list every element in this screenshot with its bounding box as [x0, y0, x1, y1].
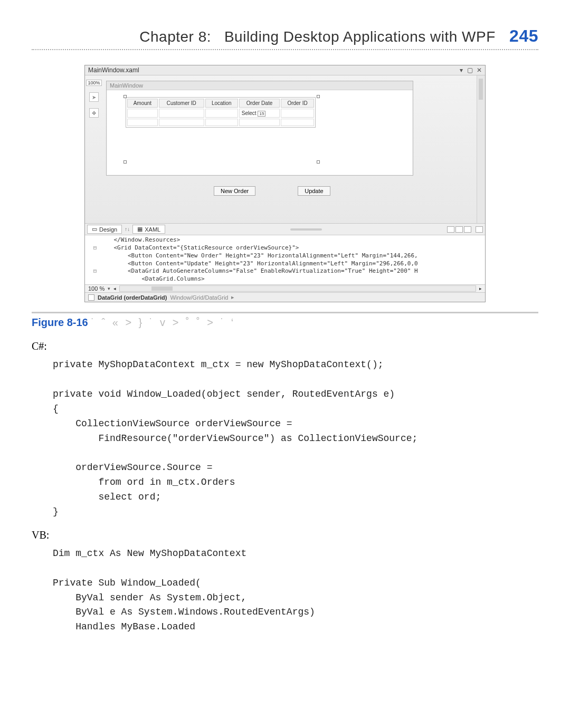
- expand-pane-icon[interactable]: [476, 226, 483, 233]
- child-window-title: MainWindow: [107, 81, 413, 90]
- close-icon[interactable]: ✕: [477, 66, 482, 74]
- splitter-grip[interactable]: [290, 228, 322, 231]
- zoom-dropdown-icon[interactable]: ▾: [108, 286, 110, 291]
- xaml-tab[interactable]: ▦ XAML: [132, 225, 165, 234]
- xaml-line: <DataGrid AutoGenerateColumns="False" En…: [100, 267, 418, 274]
- xaml-line: <DataGrid.Columns>: [100, 275, 205, 282]
- designer-toolbar: 100% ➤ ✥: [85, 75, 103, 223]
- figure-rest: ˙ ˆ « > } ˙ v > ˚ ˚ > ˙ ‘: [91, 317, 235, 328]
- breadcrumb-chevron-icon[interactable]: ▸: [231, 294, 234, 301]
- figure-rule: [32, 312, 538, 313]
- vb-heading: VB:: [32, 529, 538, 541]
- collapse-pane-icon[interactable]: [464, 226, 471, 233]
- cell-select[interactable]: Select 15: [239, 109, 280, 118]
- resize-handle[interactable]: [317, 160, 320, 164]
- xaml-hscroll[interactable]: [119, 285, 476, 292]
- running-header: Chapter 8: Building Desktop Applications…: [32, 21, 538, 50]
- xaml-line: <Button Content="New Order" Height="23" …: [100, 252, 418, 259]
- xaml-statusbar: 100 % ▾ ◂ ▸: [85, 285, 485, 293]
- pan-tool-icon[interactable]: ✥: [89, 108, 99, 118]
- element-breadcrumb[interactable]: DataGrid (orderDataGrid) Window/Grid/Dat…: [85, 293, 485, 302]
- designer-child-window: MainWindow Amount Customer ID Location O…: [106, 81, 413, 176]
- window-buttons: ▾ ▢ ✕: [458, 66, 482, 74]
- xaml-source-pane[interactable]: </Window.Resources> ⊟ <Grid DataContext=…: [85, 235, 485, 285]
- scroll-left-icon[interactable]: ◂: [113, 286, 116, 291]
- xaml-tab-icon: ▦: [137, 226, 142, 233]
- file-tab[interactable]: MainWindow.xaml: [88, 66, 139, 74]
- split-vertical-icon[interactable]: [447, 226, 454, 233]
- breadcrumb-current: DataGrid (orderDataGrid): [98, 294, 167, 301]
- resize-handle[interactable]: [317, 95, 320, 98]
- maximize-icon[interactable]: ▢: [467, 66, 473, 74]
- vb-code-block: Dim m_ctx As New MyShopDataContext Priva…: [53, 547, 538, 635]
- dropdown-icon[interactable]: ▾: [460, 66, 463, 74]
- xaml-zoom-percent[interactable]: 100 %: [88, 285, 104, 292]
- new-order-button[interactable]: New Order: [214, 186, 255, 196]
- datagrid-preview[interactable]: Amount Customer ID Location Order Date O…: [126, 97, 316, 128]
- col-orderdate[interactable]: Order Date: [239, 99, 280, 108]
- update-button[interactable]: Update: [298, 186, 330, 196]
- figure-caption: Figure 8-16 ˙ ˆ « > } ˙ v > ˚ ˚ > ˙ ‘: [32, 317, 538, 329]
- chapter-title: Building Desktop Applications with WPF: [224, 28, 496, 45]
- calendar-icon[interactable]: 15: [258, 111, 265, 117]
- designer-vscroll[interactable]: [477, 75, 485, 223]
- col-amount[interactable]: Amount: [127, 99, 158, 108]
- col-orderid[interactable]: Order ID: [281, 99, 314, 108]
- resize-handle[interactable]: [124, 160, 127, 164]
- design-tab[interactable]: ▭ Design: [87, 225, 122, 234]
- designer-surface: 100% ➤ ✥ MainWindow Amount Customer ID L…: [85, 75, 485, 223]
- page-number: 245: [509, 26, 538, 45]
- scroll-right-icon[interactable]: ▸: [479, 286, 482, 291]
- split-view-tabs: ▭ Design ↑↓ ▦ XAML: [85, 223, 485, 235]
- csharp-code-block: private MyShopDataContext m_ctx = new My…: [53, 358, 538, 520]
- breadcrumb-path: Window/Grid/DataGrid: [170, 294, 228, 301]
- resize-handle[interactable]: [124, 95, 127, 98]
- zoom-badge[interactable]: 100%: [86, 80, 101, 86]
- split-horizontal-icon[interactable]: [455, 226, 463, 233]
- csharp-heading: C#:: [32, 340, 538, 352]
- chapter-label: Chapter 8:: [139, 28, 211, 45]
- col-location[interactable]: Location: [205, 99, 238, 108]
- design-tab-icon: ▭: [92, 226, 97, 233]
- xaml-line: </Window.Resources>: [100, 236, 180, 243]
- xaml-line: <Button Content="Update" Height="23" Hor…: [100, 260, 418, 267]
- pointer-tool-icon[interactable]: ➤: [89, 92, 99, 102]
- xaml-line: <Grid DataContext="{StaticResource order…: [100, 244, 299, 251]
- swap-panes-icon[interactable]: ↑↓: [123, 226, 131, 232]
- figure-label: Figure 8-16: [32, 317, 88, 328]
- breadcrumb-icon: [88, 294, 94, 301]
- col-customerid[interactable]: Customer ID: [159, 99, 204, 108]
- ide-screenshot: MainWindow.xaml ▾ ▢ ✕ 100% ➤ ✥ MainWindo…: [84, 65, 486, 302]
- ide-titlebar: MainWindow.xaml ▾ ▢ ✕: [85, 65, 485, 75]
